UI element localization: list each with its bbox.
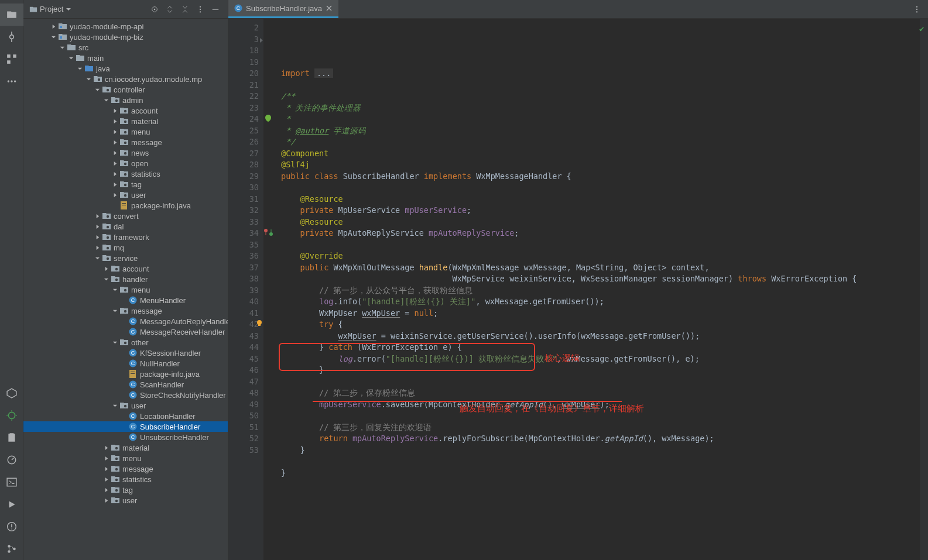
intention-bulb-icon[interactable] [255,319,264,328]
tree-item-main[interactable]: main [23,53,228,63]
code-line[interactable]: private MpAutoReplyService mpAutoReplySe… [281,228,920,239]
chevron-right-icon[interactable] [94,223,101,230]
chevron-right-icon[interactable] [111,139,118,146]
code-line[interactable] [281,80,920,91]
project-tool-button[interactable] [0,4,23,26]
chevron-right-icon[interactable] [102,486,109,493]
tree-item-nullhandler[interactable]: CNullHandler [23,358,228,369]
code-line[interactable] [281,57,920,68]
tree-item-statistics[interactable]: statistics [23,474,228,485]
code-line[interactable]: public class SubscribeHandler implements… [281,171,920,183]
tree-item-messageautoreplyhandler[interactable]: CMessageAutoReplyHandler [23,316,228,327]
code-line[interactable]: private MpUserService mpUserService; [281,205,920,217]
tree-item-menu[interactable]: menu [23,453,228,463]
tree-item-material[interactable]: material [23,442,228,453]
tree-item-tag[interactable]: tag [23,179,228,190]
code-line[interactable] [281,456,920,468]
code-line[interactable] [281,182,920,194]
chevron-right-icon[interactable] [111,191,118,198]
chevron-right-icon[interactable] [102,465,109,472]
code-line[interactable] [281,376,920,388]
chevron-down-icon[interactable] [111,339,118,346]
problems-tool-button[interactable] [0,516,23,538]
chevron-right-icon[interactable] [102,497,109,504]
tree-item-cn-iocoder-yudao-module-mp[interactable]: cn.iocoder.yudao.module.mp [23,74,228,84]
tree-item-convert[interactable]: convert [23,211,228,221]
tree-item-account[interactable]: account [23,105,228,116]
tree-item-package-info-java[interactable]: package-info.java [23,200,228,211]
more-tool-button[interactable] [0,70,23,92]
code-line[interactable]: wxMpUser = weixinService.getUserService(… [281,331,920,342]
todo-tool-button[interactable] [0,427,23,449]
chevron-right-icon[interactable] [102,265,109,272]
tree-item-open[interactable]: open [23,158,228,169]
tree-item-mq[interactable]: mq [23,242,228,253]
tree-item-src[interactable]: src [23,42,228,53]
expand-all-button[interactable] [163,3,176,16]
tree-item-message[interactable]: message [23,463,228,474]
chevron-right-icon[interactable] [111,128,118,135]
tree-item-kfsessionhandler[interactable]: CKfSessionHandler [23,348,228,358]
chevron-down-icon[interactable] [111,286,118,293]
code-content[interactable]: import .../** * 关注的事件处理器 * * @author 芋道源… [263,19,920,560]
code-line[interactable] [281,479,920,490]
code-line[interactable] [281,239,920,251]
code-editor[interactable]: 2318192021222324252627282930313233343536… [228,19,928,560]
code-line[interactable]: /** [281,91,920,102]
code-line[interactable]: */ [281,136,920,148]
tree-item-yudao-module-mp-biz[interactable]: yudao-module-mp-biz [23,32,228,42]
chevron-down-icon[interactable] [111,402,118,409]
tree-item-statistics[interactable]: statistics [23,169,228,179]
code-line[interactable]: } [281,468,920,479]
chevron-down-icon[interactable] [102,276,109,283]
editor-tab-subscribehandler[interactable]: C SubscribeHandler.java [228,0,338,18]
chevron-right-icon[interactable] [94,212,101,219]
code-line[interactable]: import ... [281,68,920,80]
tree-item-package-info-java[interactable]: package-info.java [23,369,228,379]
chevron-right-icon[interactable] [94,244,101,251]
tree-item-subscribehandler[interactable]: CSubscribeHandler [23,421,228,432]
chevron-down-icon[interactable] [102,97,109,104]
tree-item-controller[interactable]: controller [23,84,228,95]
code-line[interactable]: * 关注的事件处理器 [281,102,920,114]
services-tool-button[interactable] [0,382,23,404]
project-tree[interactable]: yudao-module-mp-apiyudao-module-mp-bizsr… [23,19,228,560]
chevron-down-icon[interactable] [59,44,66,51]
tree-item-other[interactable]: other [23,337,228,348]
tree-item-locationhandler[interactable]: CLocationHandler [23,411,228,421]
code-line[interactable]: log.info("[handle][粉丝({}) 关注]", wxMessag… [281,296,920,308]
tree-item-news[interactable]: news [23,147,228,158]
vcs-tool-button[interactable] [0,538,23,560]
code-line[interactable]: try { [281,319,920,331]
chevron-right-icon[interactable] [111,170,118,177]
tree-item-account[interactable]: account [23,263,228,274]
code-line[interactable]: } [281,445,920,456]
tree-item-user[interactable]: user [23,190,228,200]
code-line[interactable]: * [281,114,920,125]
code-line[interactable]: @Resource [281,217,920,228]
code-line[interactable]: // 第一步，从公众号平台，获取粉丝信息 [281,285,920,297]
tree-item-dal[interactable]: dal [23,221,228,232]
code-line[interactable]: @Component [281,148,920,160]
editor-options-button[interactable] [910,3,923,16]
chevron-right-icon[interactable] [111,118,118,125]
tree-item-menu[interactable]: menu [23,126,228,137]
chevron-right-icon[interactable] [102,476,109,483]
tree-item-menuhandler[interactable]: CMenuHandler [23,295,228,305]
run-tool-button[interactable] [0,493,23,516]
code-line[interactable]: WxMpUser wxMpUser = null; [281,308,920,319]
chevron-right-icon[interactable] [111,149,118,156]
tree-item-message[interactable]: message [23,305,228,316]
chevron-right-icon[interactable] [102,455,109,462]
tree-item-framework[interactable]: framework [23,232,228,242]
tree-item-yudao-module-mp-api[interactable]: yudao-module-mp-api [23,21,228,32]
hide-panel-button[interactable] [209,3,222,16]
tree-item-messagereceivehandler[interactable]: CMessageReceiveHandler [23,327,228,337]
tree-item-storechecknotifyhandler[interactable]: CStoreCheckNotifyHandler [23,390,228,400]
code-line[interactable]: @Slf4j [281,159,920,171]
chevron-down-icon[interactable] [66,6,71,12]
tree-item-menu[interactable]: menu [23,284,228,295]
tree-item-scanhandler[interactable]: CScanHandler [23,379,228,390]
chevron-right-icon[interactable] [102,444,109,451]
code-line[interactable]: // 第三步，回复关注的欢迎语 [281,422,920,434]
